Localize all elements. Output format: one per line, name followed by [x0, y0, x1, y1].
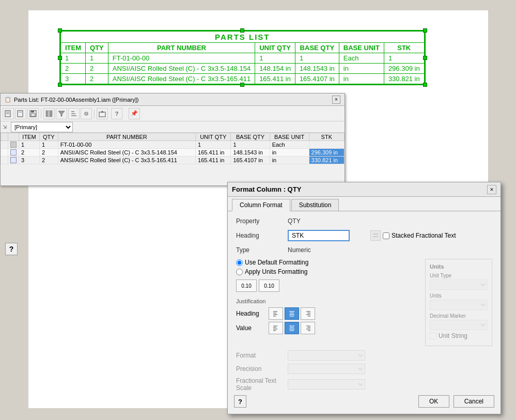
num-format-buttons: 0.10 0.10 — [236, 279, 417, 292]
handle-mr[interactable] — [423, 56, 427, 60]
drawing-cell-baseqty-1: 1 — [295, 53, 339, 64]
drawing-cell-stk-3: 330.821 in — [384, 74, 424, 84]
panel-row-2[interactable]: 2 2 ANSI/AISC Rolled Steel (C) - C 3x3.5… — [1, 149, 345, 157]
handle-bm[interactable] — [240, 83, 244, 87]
panel-row1-stk — [309, 141, 344, 149]
panel-col-baseunit: BASE UNIT — [270, 133, 309, 141]
dialog-titlebar: Format Column : QTY × — [228, 182, 501, 197]
format-select[interactable] — [288, 350, 365, 361]
value-just-label: Value — [236, 324, 264, 332]
toolbar-btn-filter[interactable] — [56, 108, 67, 119]
justification-section: Justification Heading — [236, 298, 417, 334]
panel-row2-icon2 — [8, 149, 19, 157]
drawing-cell-unitqty-3: 165.411 in — [255, 74, 295, 84]
radio-default-label: Use Default Formatting — [245, 259, 308, 266]
toolbar-btn-export[interactable] — [97, 108, 108, 119]
panel-row3-baseunit: in — [270, 157, 309, 164]
toolbar-sep-1 — [41, 109, 41, 118]
num-btn-2[interactable]: 0.10 — [259, 279, 279, 292]
unit-type-group: Unit Type — [430, 273, 488, 290]
type-row: Type Numeric — [236, 246, 492, 254]
num-btn-1[interactable]: 0.10 — [236, 279, 257, 292]
panel-col-partnum: PART NUMBER — [58, 133, 195, 141]
toolbar-btn-settings[interactable] — [81, 108, 92, 119]
panel-row2-item: 2 — [19, 149, 40, 157]
heading-just-center[interactable] — [285, 307, 299, 320]
panel-row2-unitqty: 165.411 in — [196, 149, 231, 157]
decimal-marker-select[interactable] — [430, 320, 488, 330]
cancel-button[interactable]: Cancel — [454, 395, 494, 408]
toolbar-btn-help[interactable]: ? — [111, 108, 122, 119]
panel-row-1[interactable]: 1 1 FT-01-00-00 1 1 Each — [1, 141, 345, 149]
panel-col-baseqty: BASE QTY — [231, 133, 270, 141]
value-just-center[interactable] — [285, 322, 299, 334]
value-just-row: Value — [236, 322, 417, 334]
help-button-side[interactable]: ? — [5, 243, 18, 255]
svg-rect-9 — [48, 111, 50, 117]
frac-scale-select[interactable] — [288, 379, 365, 390]
svg-rect-10 — [50, 111, 52, 117]
tab-column-format[interactable]: Column Format — [232, 199, 290, 211]
unit-string-checkbox[interactable] — [430, 333, 436, 339]
panel-col-icon2 — [8, 133, 19, 141]
panel-row1-icon2 — [8, 141, 19, 149]
drawing-cell-baseqty-3: 165.4107 in — [295, 74, 339, 84]
filter-icon: ⇲ — [3, 124, 7, 130]
panel-row2-partnum: ANSI/AISC Rolled Steel (C) - C 3x3.5-148… — [58, 149, 195, 157]
drawing-cell-item-3: 3 — [61, 74, 86, 84]
drawing-col-qty: QTY — [86, 43, 108, 53]
dialog-title: Format Column : QTY — [232, 185, 301, 193]
heading-just-right[interactable] — [301, 307, 315, 320]
justification-main-label: Justification — [236, 298, 417, 304]
handle-br[interactable] — [423, 83, 427, 87]
unit-type-select[interactable] — [430, 279, 488, 290]
value-just-right[interactable] — [301, 322, 315, 334]
radio-default[interactable] — [236, 259, 243, 266]
toolbar-btn-new[interactable] — [3, 108, 14, 119]
toolbar-btn-pin[interactable]: 📌 — [129, 108, 140, 119]
panel-row1-partnum: FT-01-00-00 — [58, 141, 195, 149]
toolbar-btn-sort[interactable] — [68, 108, 80, 119]
dialog-help-button[interactable]: ? — [234, 395, 246, 408]
ok-button[interactable]: OK — [418, 395, 449, 408]
toolbar-btn-edit[interactable] — [15, 108, 26, 119]
toolbar-btn-save[interactable] — [27, 108, 39, 119]
panel-col-unitqty: UNIT QTY — [196, 133, 231, 141]
toolbar-btn-col[interactable] — [43, 108, 55, 119]
units-group: Units — [430, 293, 488, 310]
panel-row3-unitqty: 165.411 in — [196, 157, 231, 164]
handle-tl[interactable] — [58, 28, 62, 33]
panel-col-item: ITEM — [19, 133, 40, 141]
radio-units[interactable] — [236, 269, 243, 275]
handle-tr[interactable] — [423, 28, 427, 33]
format-dialog: Format Column : QTY × Column Format Subs… — [227, 182, 501, 414]
heading-just-left[interactable] — [269, 307, 283, 320]
stacked-frac-checkbox[interactable] — [383, 232, 389, 239]
precision-select[interactable] — [288, 364, 365, 374]
unit-string-label: Unit String — [439, 332, 467, 339]
handle-ml[interactable] — [58, 56, 62, 60]
primary-dropdown[interactable]: [Primary] — [11, 122, 73, 132]
decimal-marker-label: Decimal Marker — [430, 313, 488, 319]
radio-default-row: Use Default Formatting — [236, 259, 417, 266]
dialog-help-area: ? — [234, 395, 246, 408]
format-row-label: Format — [236, 352, 288, 359]
panel-title: Parts List: FT-02-00-00Assembly1.iam ([P… — [14, 97, 138, 103]
tab-substitution[interactable]: Substitution — [291, 199, 339, 211]
stacked-frac-label: Stacked Fractional Text — [392, 232, 456, 239]
drawing-cell-qty-2: 2 — [86, 64, 108, 74]
heading-input[interactable] — [288, 230, 350, 241]
drawing-cell-baseunit-1: Each — [339, 53, 384, 64]
precision-row-label: Precision — [236, 365, 288, 372]
dialog-tabs: Column Format Substitution — [228, 197, 501, 211]
handle-bl[interactable] — [58, 83, 62, 87]
handle-tm[interactable] — [240, 28, 244, 33]
decimal-marker-group: Decimal Marker — [430, 313, 488, 330]
panel-row-3[interactable]: 3 2 ANSI/AISC Rolled Steel (C) - C 3x3.5… — [1, 157, 345, 164]
drawing-col-item: ITEM — [61, 43, 86, 53]
value-just-left[interactable] — [269, 322, 283, 334]
dialog-close-button[interactable]: × — [487, 185, 496, 194]
units-select[interactable] — [430, 300, 488, 310]
panel-close-button[interactable]: × — [332, 96, 340, 104]
svg-marker-11 — [58, 111, 65, 116]
